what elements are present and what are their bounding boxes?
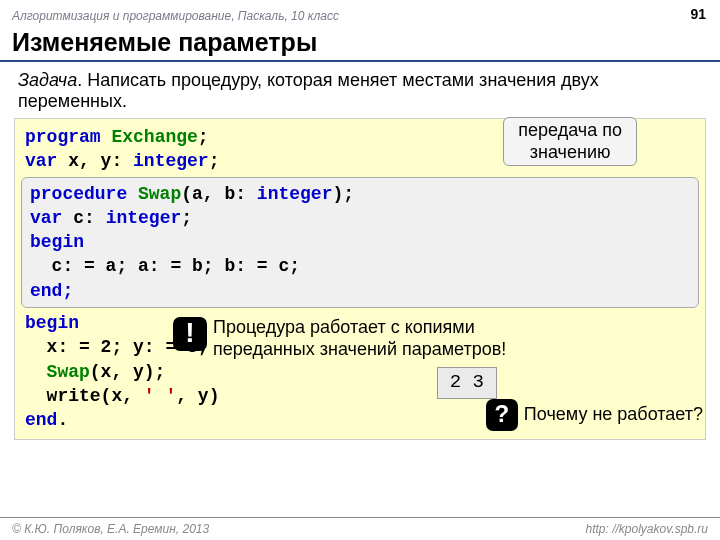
copyright: © К.Ю. Поляков, Е.А. Еремин, 2013: [12, 522, 209, 536]
question-text: Почему не работает?: [518, 402, 703, 426]
question-icon: ?: [486, 399, 518, 431]
output-box: 2 3: [437, 367, 497, 399]
procedure-box: procedure Swap(a, b: integer); var c: in…: [21, 177, 699, 308]
code-block: передача по значению program Exchange; v…: [14, 118, 706, 440]
footer: © К.Ю. Поляков, Е.А. Еремин, 2013 http: …: [0, 517, 720, 540]
code-line: Swap(x, y);: [25, 360, 695, 384]
code-line: procedure Swap(a, b: integer);: [30, 182, 690, 206]
callout-line: значению: [518, 142, 622, 164]
code-line: c: = a; a: = b; b: = c;: [30, 254, 690, 278]
code-line: begin: [30, 230, 690, 254]
footer-url: http: //kpolyakov.spb.ru: [585, 522, 708, 536]
task-label: Задача: [18, 70, 77, 90]
task-statement: Задача. Написать процедуру, которая меня…: [0, 62, 720, 116]
code-line: end;: [30, 279, 690, 303]
callout-warning: ! Процедура работает с копиями переданны…: [173, 317, 506, 360]
header: Алгоритмизация и программирование, Паска…: [0, 0, 720, 26]
exclamation-icon: !: [173, 317, 207, 351]
callout-pass-by-value: передача по значению: [503, 117, 637, 166]
page-number: 91: [690, 6, 706, 22]
task-text: . Написать процедуру, которая меняет мес…: [18, 70, 599, 111]
callout-line: передача по: [518, 120, 622, 142]
code-line: var c: integer;: [30, 206, 690, 230]
warning-text: Процедура работает с копиями переданных …: [207, 317, 506, 360]
page-title: Изменяемые параметры: [0, 26, 720, 62]
callout-question: ? Почему не работает?: [486, 399, 703, 431]
breadcrumb: Алгоритмизация и программирование, Паска…: [12, 9, 339, 23]
